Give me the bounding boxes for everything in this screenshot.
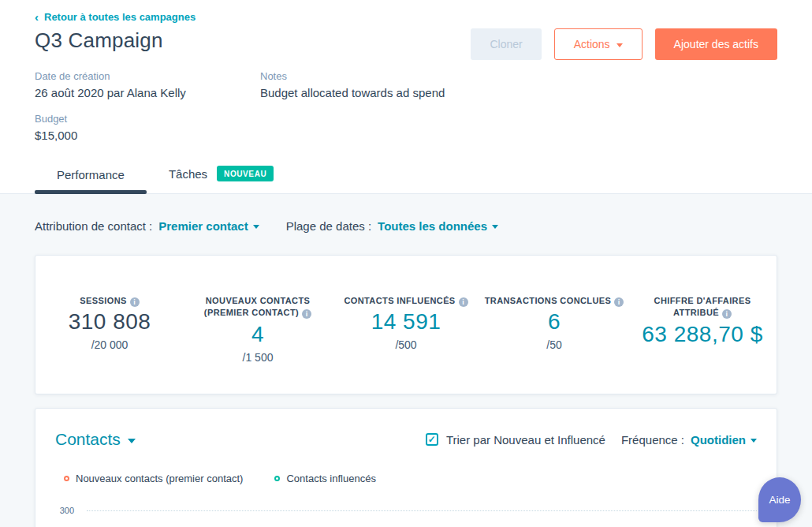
chart-y-axis-row: 300 [55, 506, 757, 515]
stat-target: /50 [480, 338, 628, 351]
legend-item-influenced-contacts[interactable]: Contacts influencés [274, 473, 375, 484]
date-range-filter-label: Plage de dates : [286, 219, 371, 233]
stat-value: 14 591 [332, 309, 480, 335]
nouveau-badge: NOUVEAU [217, 166, 274, 181]
stat-target: /20 000 [35, 338, 184, 351]
legend-marker-icon [274, 476, 280, 481]
tab-performance[interactable]: Performance [35, 160, 147, 193]
info-icon[interactable]: i [459, 297, 468, 307]
stat-target: /1 500 [184, 351, 332, 364]
stats-summary-card: SESSIONSi 310 808 /20 000 NOUVEAUX CONTA… [35, 255, 777, 394]
stat-sessions: SESSIONSi 310 808 /20 000 [35, 295, 184, 394]
info-icon[interactable]: i [722, 309, 732, 319]
meta-label: Notes [260, 70, 777, 82]
frequency-value: Quotidien [691, 433, 746, 447]
meta-value: Budget allocated towards ad spend [260, 86, 777, 99]
frequency-dropdown[interactable]: Quotidien [691, 433, 757, 447]
stat-value: 63 288,70 $ [628, 322, 777, 347]
gridline [87, 510, 757, 511]
check-icon: ✓ [428, 434, 436, 445]
frequency-label: Fréquence : [621, 433, 684, 447]
campaign-meta: Date de création 26 août 2020 par Alana … [35, 70, 777, 142]
meta-label: Budget [35, 113, 260, 125]
add-assets-button[interactable]: Ajouter des actifs [655, 28, 777, 60]
main-content: Attribution de contact : Premier contact… [0, 219, 812, 527]
back-link[interactable]: ‹ Retour à toutes les campagnes [35, 11, 196, 23]
meta-value: $15,000 [35, 129, 260, 142]
stat-new-contacts: NOUVEAUX CONTACTS (PREMIER CONTACT)i 4 /… [184, 295, 332, 394]
header-actions: Cloner Actions Ajouter des actifs [471, 28, 777, 60]
meta-notes: Notes Budget allocated towards ad spend [260, 70, 777, 99]
tab-bar: Performance Tâches NOUVEAU [0, 158, 812, 194]
contacts-controls: ✓ Trier par Nouveau et Influencé Fréquen… [426, 433, 757, 447]
contacts-chart-card: Contacts ✓ Trier par Nouveau et Influenc… [35, 408, 777, 527]
clone-button[interactable]: Cloner [471, 28, 541, 60]
sort-checkbox[interactable]: ✓ [426, 433, 438, 446]
actions-button-label: Actions [574, 38, 610, 50]
info-icon[interactable]: i [614, 297, 624, 307]
tab-taches-label: Tâches [169, 167, 207, 181]
stat-label: CONTACTS INFLUENCÉSi [335, 295, 477, 307]
stat-label: TRANSACTIONS CONCLUESi [483, 295, 625, 307]
stat-value: 310 808 [35, 309, 184, 335]
sort-checkbox-label: Trier par Nouveau et Influencé [446, 433, 605, 447]
attribution-filter-dropdown[interactable]: Premier contact [158, 219, 259, 233]
stat-label: CHIFFRE D'AFFAIRES ATTRIBUÉi [631, 295, 773, 320]
title-row: Q3 Campaign Cloner Actions Ajouter des a… [35, 28, 777, 60]
meta-label: Date de création [35, 70, 260, 82]
help-button[interactable]: Aide [758, 477, 801, 522]
legend-marker-icon [64, 476, 69, 481]
legend-label: Nouveaux contacts (premier contact) [76, 473, 243, 484]
stat-closed-deals: TRANSACTIONS CONCLUESi 6 /50 [480, 295, 628, 394]
legend-item-new-contacts[interactable]: Nouveaux contacts (premier contact) [64, 473, 243, 484]
stat-value: 4 [184, 322, 332, 347]
info-icon[interactable]: i [130, 297, 140, 307]
chevron-down-icon [616, 43, 623, 47]
contacts-title-label: Contacts [55, 430, 121, 449]
stat-label: SESSIONSi [39, 295, 181, 307]
chevron-left-icon: ‹ [35, 11, 39, 23]
chevron-down-icon [492, 225, 498, 229]
attribution-filter: Attribution de contact : Premier contact [35, 219, 259, 233]
stat-attributed-revenue: CHIFFRE D'AFFAIRES ATTRIBUÉi 63 288,70 $ [628, 295, 777, 394]
chevron-down-icon [751, 439, 757, 443]
meta-creation-date: Date de création 26 août 2020 par Alana … [35, 70, 260, 99]
stat-value: 6 [480, 309, 628, 335]
chevron-down-icon [128, 439, 136, 443]
contacts-header: Contacts ✓ Trier par Nouveau et Influenc… [55, 430, 757, 449]
back-link-label: Retour à toutes les campagnes [44, 11, 196, 23]
meta-value: 26 août 2020 par Alana Kelly [35, 86, 260, 99]
y-axis-tick-label: 300 [55, 506, 74, 515]
chevron-down-icon [253, 225, 259, 229]
campaign-header: ‹ Retour à toutes les campagnes Q3 Campa… [0, 0, 812, 194]
info-icon[interactable]: i [302, 309, 311, 319]
date-range-filter: Plage de dates : Toutes les données [286, 219, 498, 233]
actions-dropdown-button[interactable]: Actions [554, 28, 643, 60]
meta-budget: Budget $15,000 [35, 113, 260, 142]
tab-taches[interactable]: Tâches NOUVEAU [169, 158, 274, 193]
page-title: Q3 Campaign [35, 28, 163, 53]
stat-influenced-contacts: CONTACTS INFLUENCÉSi 14 591 /500 [332, 295, 480, 394]
chart-legend: Nouveaux contacts (premier contact) Cont… [64, 473, 757, 484]
date-range-filter-value: Toutes les données [378, 219, 487, 233]
attribution-filter-value: Premier contact [158, 219, 248, 233]
attribution-filter-label: Attribution de contact : [35, 219, 152, 233]
legend-label: Contacts influencés [286, 473, 375, 484]
contacts-title-dropdown[interactable]: Contacts [55, 430, 136, 449]
date-range-filter-dropdown[interactable]: Toutes les données [378, 219, 498, 233]
filter-row: Attribution de contact : Premier contact… [35, 219, 777, 233]
stat-label: NOUVEAUX CONTACTS (PREMIER CONTACT)i [187, 295, 329, 320]
stat-target: /500 [332, 338, 480, 351]
